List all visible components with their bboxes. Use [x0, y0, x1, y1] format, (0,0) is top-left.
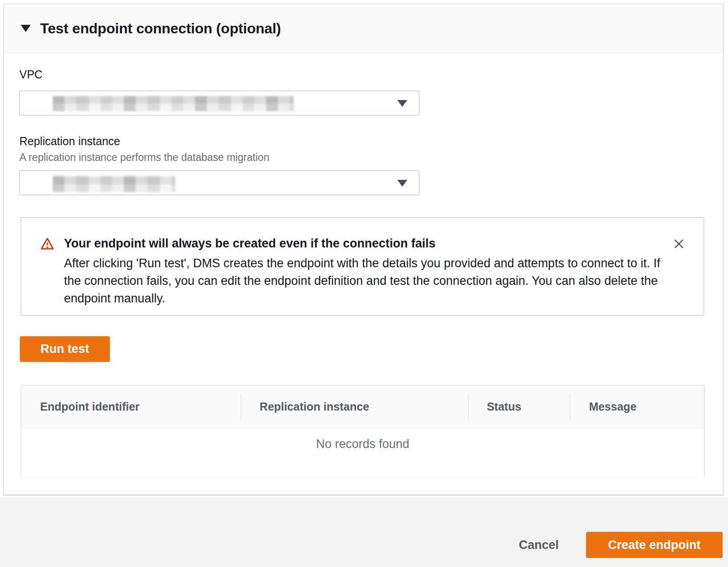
- warning-triangle-icon: [40, 237, 55, 251]
- replication-instance-label: Replication instance: [19, 135, 120, 148]
- test-endpoint-connection-page: Test endpoint connection (optional) VPC …: [0, 0, 728, 567]
- close-icon: [672, 237, 686, 251]
- vpc-redacted-value: [53, 96, 294, 111]
- dropdown-arrow-icon: [397, 100, 407, 107]
- replication-redacted-value: [53, 176, 175, 192]
- run-test-button[interactable]: Run test: [20, 336, 110, 362]
- no-records-message: No records found: [316, 437, 409, 451]
- footer-action-bar: Cancel Create endpoint: [0, 498, 728, 567]
- dismiss-warning-button[interactable]: [669, 234, 689, 254]
- vpc-label: VPC: [19, 68, 42, 81]
- replication-instance-select[interactable]: [19, 170, 419, 195]
- dropdown-arrow-icon: [397, 180, 407, 187]
- cancel-button[interactable]: Cancel: [499, 532, 578, 558]
- column-header-replication-instance: Replication instance: [241, 385, 468, 428]
- warning-alert: Your endpoint will always be created eve…: [21, 217, 704, 316]
- test-connection-panel: Test endpoint connection (optional) VPC …: [4, 4, 723, 495]
- panel-collapse-header[interactable]: Test endpoint connection (optional): [4, 4, 723, 53]
- warning-title: Your endpoint will always be created eve…: [64, 237, 436, 251]
- panel-title: Test endpoint connection (optional): [40, 20, 281, 37]
- column-header-status: Status: [468, 385, 570, 428]
- column-header-message: Message: [570, 385, 704, 428]
- test-results-table: Endpoint identifier Replication instance…: [21, 385, 705, 477]
- column-header-endpoint-identifier: Endpoint identifier: [21, 385, 241, 428]
- replication-instance-description: A replication instance performs the data…: [19, 151, 269, 164]
- table-header-row: Endpoint identifier Replication instance…: [21, 385, 704, 429]
- warning-body: After clicking 'Run test', DMS creates t…: [64, 255, 661, 307]
- triangle-down-icon: [21, 25, 31, 32]
- create-endpoint-button[interactable]: Create endpoint: [586, 532, 723, 558]
- table-empty-body: No records found: [21, 429, 704, 478]
- vpc-select[interactable]: [19, 91, 419, 115]
